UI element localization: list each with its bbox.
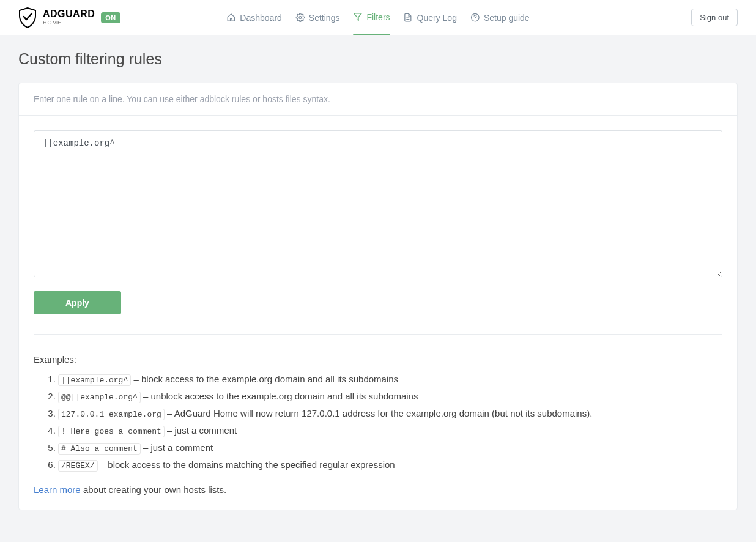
example-code: ||example.org^ <box>58 374 131 386</box>
example-item: # Also a comment – just a comment <box>58 439 722 456</box>
example-item: 127.0.0.1 example.org – AdGuard Home wil… <box>58 405 722 422</box>
logo-wrap: ADGUARD HOME ON <box>18 7 120 28</box>
file-icon <box>404 13 413 22</box>
nav-setup-guide-label: Setup guide <box>484 13 530 23</box>
rules-card: Enter one rule on a line. You can use ei… <box>18 83 738 510</box>
example-code: 127.0.0.1 example.org <box>58 409 165 420</box>
example-code: # Also a comment <box>58 443 141 455</box>
example-item: ! Here goes a comment – just a comment <box>58 422 722 439</box>
logo-sub: HOME <box>43 20 95 26</box>
main-container: Custom filtering rules Enter one rule on… <box>0 35 756 525</box>
example-code: @@||example.org^ <box>58 392 141 403</box>
examples-list: ||example.org^ – block access to the exa… <box>34 371 722 473</box>
nav-filters[interactable]: Filters <box>353 0 390 35</box>
logo-main: ADGUARD <box>43 9 95 19</box>
learn-more-link[interactable]: Learn more <box>34 484 81 495</box>
learn-more-text: about creating your own hosts lists. <box>81 484 226 495</box>
main-nav: Dashboard Settings Filters Query Log Set… <box>226 0 529 35</box>
logo-text: ADGUARD HOME <box>43 9 95 26</box>
example-desc: – AdGuard Home will now return 127.0.0.1… <box>165 408 593 418</box>
nav-query-log-label: Query Log <box>417 13 457 23</box>
example-code: /REGEX/ <box>58 460 98 472</box>
filter-icon <box>353 12 362 21</box>
svg-point-0 <box>298 17 301 19</box>
gear-icon <box>295 13 305 22</box>
rules-textarea[interactable] <box>34 130 722 277</box>
nav-dashboard[interactable]: Dashboard <box>226 0 282 35</box>
logo[interactable]: ADGUARD HOME <box>18 7 95 28</box>
example-desc: – just a comment <box>165 425 237 436</box>
example-item: /REGEX/ – block access to the domains ma… <box>58 456 722 473</box>
nav-filters-label: Filters <box>366 12 390 22</box>
example-item: @@||example.org^ – unblock access to the… <box>58 388 722 405</box>
svg-marker-1 <box>354 13 362 20</box>
nav-settings[interactable]: Settings <box>295 0 340 35</box>
example-item: ||example.org^ – block access to the exa… <box>58 371 722 388</box>
card-hint: Enter one rule on a line. You can use ei… <box>19 83 737 116</box>
card-body: Apply Examples: ||example.org^ – block a… <box>19 116 737 510</box>
examples-label: Examples: <box>34 354 722 365</box>
example-desc: – just a comment <box>141 442 213 453</box>
page-title: Custom filtering rules <box>18 50 738 68</box>
app-header: ADGUARD HOME ON Dashboard Settings Filte… <box>0 0 756 35</box>
nav-setup-guide[interactable]: Setup guide <box>470 0 530 35</box>
example-desc: – unblock access to the example.org doma… <box>141 391 418 401</box>
nav-query-log[interactable]: Query Log <box>404 0 457 35</box>
status-badge[interactable]: ON <box>101 12 120 23</box>
nav-settings-label: Settings <box>309 13 340 23</box>
learn-more: Learn more about creating your own hosts… <box>34 484 722 495</box>
sign-out-button[interactable]: Sign out <box>691 9 738 26</box>
example-desc: – block access to the example.org domain… <box>131 374 398 384</box>
nav-dashboard-label: Dashboard <box>240 13 282 23</box>
apply-button[interactable]: Apply <box>34 291 121 314</box>
example-code: ! Here goes a comment <box>58 426 165 437</box>
divider <box>34 334 722 335</box>
shield-icon <box>18 7 37 28</box>
home-icon <box>226 13 235 22</box>
example-desc: – block access to the domains matching t… <box>98 459 395 470</box>
help-icon <box>470 13 480 22</box>
